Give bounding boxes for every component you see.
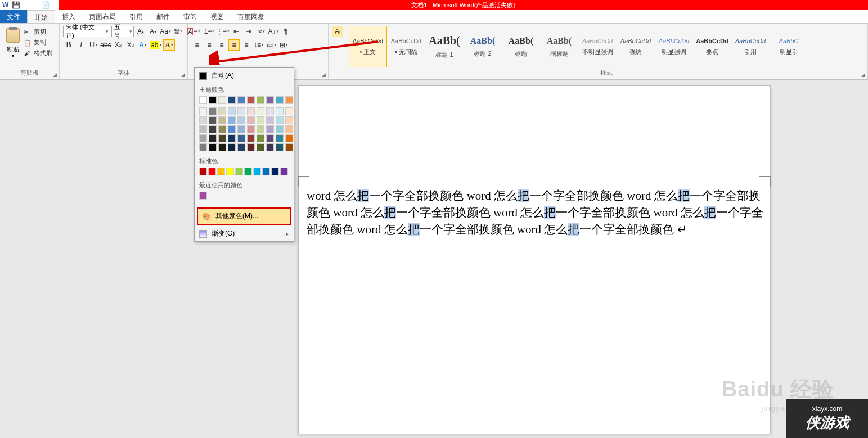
color-swatch[interactable] <box>247 96 255 104</box>
color-swatch[interactable] <box>247 143 255 151</box>
qat-dropdown-icon[interactable]: ▾ <box>53 2 56 8</box>
decrease-indent-button[interactable]: ⇤ <box>231 26 242 37</box>
superscript-button[interactable]: X2 <box>125 39 136 51</box>
distributed-button[interactable]: ≡ <box>241 39 252 51</box>
color-swatch[interactable] <box>276 143 284 151</box>
color-swatch[interactable] <box>209 116 217 124</box>
color-swatch[interactable] <box>218 116 226 124</box>
copy-button[interactable]: 📋复制 <box>23 38 53 47</box>
color-swatch[interactable] <box>218 143 226 151</box>
color-swatch[interactable] <box>257 116 264 124</box>
color-swatch[interactable] <box>276 96 284 104</box>
tab-view[interactable]: 视图 <box>204 10 231 23</box>
clipboard-launcher-icon[interactable]: ◢ <box>53 72 57 78</box>
style-h1[interactable]: AaBb(标题 1 <box>425 26 464 67</box>
color-swatch[interactable] <box>271 168 279 175</box>
color-swatch[interactable] <box>228 125 236 133</box>
color-swatch[interactable] <box>276 134 284 142</box>
paragraph-launcher-icon[interactable]: ◢ <box>322 72 326 78</box>
color-swatch[interactable] <box>209 125 217 133</box>
underline-button[interactable]: U <box>88 39 99 51</box>
style-nospace[interactable]: AaBbCcDd• 无间隔 <box>387 26 425 67</box>
cut-button[interactable]: ✂剪切 <box>23 27 53 37</box>
color-swatch[interactable] <box>237 125 245 133</box>
color-swatch[interactable] <box>257 96 264 104</box>
grow-font-button[interactable]: A▴ <box>135 26 146 37</box>
style-em[interactable]: AaBbCcDd强调 <box>617 26 655 67</box>
color-swatch[interactable] <box>266 134 274 142</box>
align-left-button[interactable]: ≡ <box>191 39 203 51</box>
color-swatch[interactable] <box>199 107 207 115</box>
color-swatch[interactable] <box>209 107 217 115</box>
color-swatch[interactable] <box>244 168 252 175</box>
color-swatch[interactable] <box>209 134 217 142</box>
style-quote[interactable]: AaBbCcDd引用 <box>731 26 770 67</box>
color-swatch[interactable] <box>199 143 207 151</box>
font-size-combo[interactable]: 五号 <box>111 26 134 37</box>
style-subtitle[interactable]: AaBb(副标题 <box>540 26 578 67</box>
color-swatch[interactable] <box>276 116 284 124</box>
color-swatch[interactable] <box>199 96 207 104</box>
color-swatch[interactable] <box>228 116 236 124</box>
tab-home[interactable]: 开始 <box>27 10 55 23</box>
style-normal[interactable]: AaBbCcDd• 正文 <box>349 26 387 67</box>
color-swatch[interactable] <box>199 134 207 142</box>
color-swatch[interactable] <box>257 107 264 115</box>
sort-button[interactable]: A↓ <box>268 26 279 37</box>
style-strong[interactable]: AaBbCcDd要点 <box>693 26 731 67</box>
tab-mail[interactable]: 邮件 <box>150 10 177 23</box>
show-marks-button[interactable]: ¶ <box>280 26 291 37</box>
save-icon[interactable]: 💾 <box>12 1 20 9</box>
subscript-button[interactable]: X2 <box>113 39 124 51</box>
style-subtle-em[interactable]: AaBbCcDd不明显强调 <box>578 26 617 67</box>
color-swatch[interactable] <box>228 143 236 151</box>
asian-layout-button[interactable]: ✕ <box>255 26 267 37</box>
color-swatch[interactable] <box>257 134 264 142</box>
color-swatch[interactable] <box>199 168 207 175</box>
color-swatch[interactable] <box>285 116 293 124</box>
style-intense-em[interactable]: AaBbCcDd明显强调 <box>655 26 693 67</box>
color-swatch[interactable] <box>237 116 245 124</box>
color-swatch[interactable] <box>218 96 226 104</box>
color-swatch[interactable] <box>228 96 236 104</box>
text-effects-button[interactable]: A <box>137 39 149 51</box>
format-painter-button[interactable]: 🖌格式刷 <box>23 48 53 58</box>
color-swatch[interactable] <box>199 116 207 124</box>
increase-indent-button[interactable]: ⇥ <box>243 26 254 37</box>
tab-layout[interactable]: 页面布局 <box>82 10 123 23</box>
color-swatch[interactable] <box>285 125 293 133</box>
color-swatch[interactable] <box>226 168 234 175</box>
bullets-button[interactable]: ≡ <box>191 26 203 37</box>
borders-button[interactable]: ⊞ <box>278 39 289 51</box>
color-swatch[interactable] <box>253 168 261 175</box>
color-swatch[interactable] <box>228 134 236 142</box>
color-swatch[interactable] <box>262 168 270 175</box>
color-swatch[interactable] <box>217 168 225 175</box>
color-swatch[interactable] <box>247 125 255 133</box>
color-swatch[interactable] <box>266 125 274 133</box>
color-swatch[interactable] <box>257 125 264 133</box>
color-swatch[interactable] <box>266 116 274 124</box>
page[interactable]: word 怎么把一个字全部换颜色 word 怎么把一个字全部换颜色 word 怎… <box>298 85 771 434</box>
color-swatch[interactable] <box>285 143 293 151</box>
justify-button[interactable]: ≡ <box>228 39 240 51</box>
color-swatch[interactable] <box>199 192 207 200</box>
color-swatch[interactable] <box>237 107 245 115</box>
color-swatch[interactable] <box>218 107 226 115</box>
phonetic-button[interactable]: 變 <box>172 26 183 37</box>
tab-references[interactable]: 引用 <box>123 10 150 23</box>
change-styles-button[interactable]: Aᵢ <box>332 26 343 37</box>
auto-color-item[interactable]: 自动(A) <box>195 68 294 83</box>
italic-button[interactable]: I <box>75 39 87 51</box>
color-swatch[interactable] <box>285 107 293 115</box>
tab-file[interactable]: 文件 <box>0 10 27 23</box>
color-swatch[interactable] <box>237 96 245 104</box>
color-swatch[interactable] <box>218 125 226 133</box>
font-color-button[interactable]: A <box>163 39 174 51</box>
style-intense-q[interactable]: AaBbC明显引 <box>770 26 808 67</box>
align-right-button[interactable]: ≡ <box>216 39 227 51</box>
gradient-item[interactable]: 渐变(G) ▸ <box>195 226 294 241</box>
color-swatch[interactable] <box>209 96 217 104</box>
redo-icon[interactable]: ↷ <box>33 1 38 9</box>
color-swatch[interactable] <box>285 96 293 104</box>
